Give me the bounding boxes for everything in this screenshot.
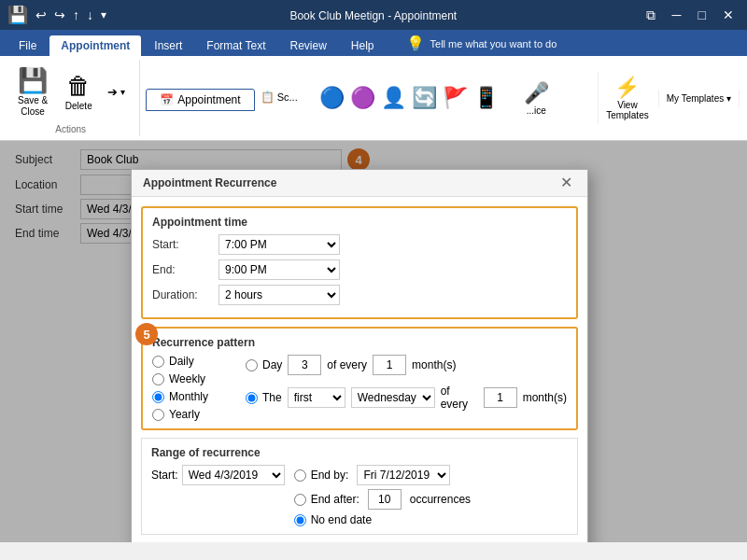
tab-file[interactable]: File [7,35,48,56]
end-by-option[interactable]: End by: Fri 7/12/2019 [294,465,471,485]
undo-icon[interactable]: ↩ [35,7,47,22]
end-after-label: End after: [311,493,359,506]
range-title: Range of recurrence [151,446,568,459]
sync-icon[interactable]: 🔄 [412,86,437,110]
appointment-time-section: Appointment time Start: 7:00 PM End: 9:0… [141,206,578,319]
actions-label: Actions [11,122,130,134]
tab-help[interactable]: Help [340,35,386,56]
resize-button[interactable]: ⧉ [641,7,661,23]
skype-icon[interactable]: 🔵 [319,86,345,110]
ordinal-select[interactable]: first second third fourth last [288,387,345,408]
dialog-title-text: Appointment Recurrence [143,176,276,189]
maximize-button[interactable]: □ [693,7,712,23]
download-icon[interactable]: ↓ [87,7,93,22]
trash-icon: 🗑 [66,72,91,101]
day-of-week-select[interactable]: Sunday Monday Tuesday Wednesday Thursday… [351,387,435,408]
pattern-details: Day of every month(s) The [246,355,567,421]
of-every-text: of every [327,358,367,371]
save-icon[interactable]: 💾 [7,5,28,25]
end-by-label: End by: [311,469,349,482]
onenote-icon[interactable]: 🟣 [350,86,375,110]
end-time-select[interactable]: 9:00 PM [218,259,340,280]
save-close-button[interactable]: 💾 Save &Close [11,62,54,122]
day-radio[interactable]: Day [246,358,282,371]
no-end-date-label: No end date [311,513,372,526]
voice-button[interactable]: 🎤 ...ice [518,77,555,119]
duration-label: Duration: [152,288,213,301]
recurrence-pattern-section: Recurrence pattern Daily Weekly Monthly [141,327,578,430]
appointment-recurrence-dialog: Appointment Recurrence ✕ Appointment tim… [131,169,588,542]
redo-icon[interactable]: ↪ [54,7,65,22]
dialog-title-bar: Appointment Recurrence ✕ [132,170,587,197]
voice-icon: 🎤 [524,81,549,105]
minimize-button[interactable]: ─ [667,7,687,23]
tab-review[interactable]: Review [279,35,338,56]
day-pattern-row: Day of every month(s) [246,355,567,375]
start-time-row: Start: 7:00 PM [152,234,567,255]
range-end-options: End by: Fri 7/12/2019 End after: occurre… [294,465,471,526]
people-icon[interactable]: 👤 [381,86,406,110]
tab-format-text[interactable]: Format Text [195,35,276,56]
forward-icon: ➔ [107,85,118,99]
delete-button[interactable]: 🗑 Delete [58,67,99,117]
recurrence-pattern-title: Recurrence pattern [152,336,567,349]
day-text: Day [262,358,282,371]
start-label: Start: [152,238,213,251]
title-bar-left: 💾 ↩ ↪ ↑ ↓ ▾ [7,5,106,25]
the-radio[interactable]: The [246,391,282,404]
ribbon-bar: 💾 Save &Close 🗑 Delete ➔ ▾ Actions 📅 App… [0,56,747,141]
calendar-icon: 📅 [160,93,174,106]
the-text: The [262,391,282,404]
main-content: Subject 4 Location Start time End time 5… [0,141,747,542]
yearly-option[interactable]: Yearly [152,408,236,421]
range-start-select[interactable]: Wed 4/3/2019 [182,465,285,485]
range-start-row: Start: Wed 4/3/2019 [151,465,285,485]
range-body: Start: Wed 4/3/2019 End by: Fri 7/12/201… [151,465,568,526]
end-time-row: End: 9:00 PM [152,259,567,280]
step-badge-5: 5 [135,323,158,345]
monthly-option[interactable]: Monthly [152,390,236,403]
close-button[interactable]: ✕ [717,7,740,23]
pattern-options: Daily Weekly Monthly Yearly [152,355,246,421]
save-icon: 💾 [18,66,48,95]
tell-me-text: Tell me what you want to do [430,38,557,49]
icon-group: 🔵 🟣 👤 🔄 🚩 📱 [312,86,506,110]
daily-option[interactable]: Daily [152,355,236,368]
forward-column: ➔ ▾ [103,83,130,101]
app-title: Book Club Meetign - Appointment [106,8,641,22]
phone-icon[interactable]: 📱 [473,86,499,110]
dialog-body: Appointment time Start: 7:00 PM End: 9:0… [132,197,587,542]
months-text: month(s) [412,358,456,371]
my-templates-group[interactable]: My Templates ▾ [658,90,740,107]
weekly-option[interactable]: Weekly [152,372,236,385]
tab-appointment[interactable]: Appointment [49,35,141,56]
dialog-close-button[interactable]: ✕ [557,175,576,190]
month-interval2-input[interactable] [484,387,517,408]
month-interval-input[interactable] [373,355,406,375]
templates-icon: ⚡ [614,76,640,100]
view-templates-group[interactable]: ⚡ ViewTemplates [598,72,656,124]
scheduling-button[interactable]: 📋 Sc... [257,89,302,105]
range-section: Range of recurrence Start: Wed 4/3/2019 … [141,438,578,535]
start-time-select[interactable]: 7:00 PM [218,234,340,255]
ribbon-tabs: File Appointment Insert Format Text Revi… [0,30,747,56]
end-by-select[interactable]: Fri 7/12/2019 [357,465,450,485]
badge5-container: 5 [135,323,158,345]
recurrence-pattern-body: Daily Weekly Monthly Yearly [152,355,567,421]
upload-icon[interactable]: ↑ [73,7,79,22]
the-pattern-row: The first second third fourth last Sunda… [246,385,567,411]
appointment-time-title: Appointment time [152,216,567,229]
occurrences-label: occurrences [410,493,471,506]
tab-insert[interactable]: Insert [143,35,193,56]
duration-select[interactable]: 30 minutes 1 hour 1.5 hours 2 hours 2.5 … [218,285,340,305]
end-after-input[interactable] [368,489,402,510]
forward-button[interactable]: ➔ ▾ [103,83,130,101]
day-number-input[interactable] [288,355,321,375]
schedule-icon: 📋 [261,91,275,104]
appointment-tab-button[interactable]: 📅 Appointment [146,89,254,111]
flag-icon[interactable]: 🚩 [443,86,468,110]
no-end-date-option[interactable]: No end date [294,513,471,526]
end-after-option[interactable]: End after: occurrences [294,489,471,510]
of-every2-text: of every [441,385,478,411]
actions-buttons: 💾 Save &Close 🗑 Delete ➔ ▾ [11,62,130,122]
